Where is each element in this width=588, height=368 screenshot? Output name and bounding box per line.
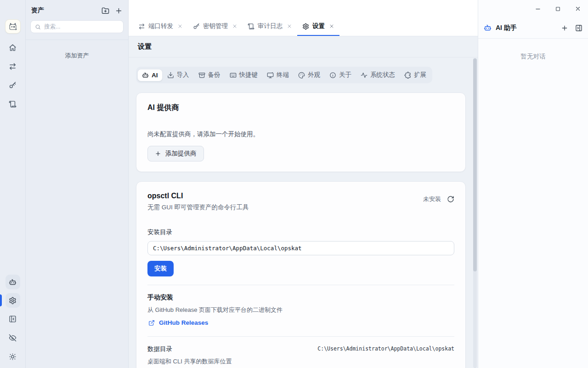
tab-label: 端口转发 xyxy=(148,22,173,30)
page-title: 设置 xyxy=(129,36,478,58)
cat-logo-icon xyxy=(8,22,18,32)
settings-tab-label: 扩展 xyxy=(414,71,426,79)
settings-nav: AI 导入 备份 快捷键 终端 外观 xyxy=(136,67,432,83)
external-link-icon xyxy=(148,320,155,326)
settings-tab-label: 快捷键 xyxy=(239,71,258,79)
settings-tab-label: 外观 xyxy=(308,71,320,79)
install-dir-input[interactable] xyxy=(147,241,454,255)
settings-tab-backup[interactable]: 备份 xyxy=(194,68,225,82)
cli-card-header: opsctl CLI 无需 GUI 即可管理资产的命令行工具 未安装 xyxy=(147,192,454,212)
key-icon xyxy=(193,23,200,30)
panel-right-toggle-icon[interactable] xyxy=(575,24,582,32)
tab-close-icon[interactable] xyxy=(177,23,183,29)
github-releases-link[interactable]: GitHub Releases xyxy=(148,319,208,326)
ai-provider-empty-text: 尚未配置提供商，请添加一个开始使用。 xyxy=(147,130,454,138)
settings-tab-terminal[interactable]: 终端 xyxy=(262,68,294,82)
info-icon xyxy=(329,72,336,79)
refresh-icon[interactable] xyxy=(447,196,454,203)
puzzle-icon xyxy=(404,72,411,79)
assets-panel: 资产 添加资产 xyxy=(26,0,129,368)
tab-port-forwarding[interactable]: 端口转发 xyxy=(133,17,188,36)
tab-close-icon[interactable] xyxy=(232,23,237,29)
asset-search[interactable] xyxy=(30,20,124,33)
data-dir-label: 数据目录 xyxy=(147,345,172,353)
settings-content: AI 导入 备份 快捷键 终端 外观 xyxy=(129,58,478,368)
tab-audit-log[interactable]: 审计日志 xyxy=(243,17,297,36)
cli-title: opsctl CLI xyxy=(147,192,249,200)
new-conversation-button[interactable] xyxy=(561,24,568,32)
ai-assistant-panel: AI 助手 暂无对话 xyxy=(478,0,588,368)
manual-install-title: 手动安装 xyxy=(147,293,454,302)
import-icon xyxy=(167,72,174,79)
tab-label: 设置 xyxy=(312,22,325,30)
search-icon xyxy=(35,24,41,30)
opsctl-cli-card: opsctl CLI 无需 GUI 即可管理资产的命令行工具 未安装 安装目录 … xyxy=(136,181,466,368)
privacy-hide-button[interactable] xyxy=(9,334,17,342)
data-dir-row: 数据目录 C:\Users\Administrator\AppData\Loca… xyxy=(147,345,454,353)
ai-panel-header: AI 助手 xyxy=(478,17,588,39)
settings-tab-hotkeys[interactable]: 快捷键 xyxy=(225,68,263,82)
add-provider-button[interactable]: 添加提供商 xyxy=(147,146,204,161)
tab-close-icon[interactable] xyxy=(329,23,334,29)
manual-install-desc: 从 GitHub Release 页面下载对应平台的二进制文件 xyxy=(147,306,454,314)
robot-icon xyxy=(142,72,149,79)
asset-search-input[interactable] xyxy=(44,23,119,30)
divider xyxy=(147,285,454,285)
nav-settings[interactable] xyxy=(6,293,20,308)
ai-provider-card: AI 提供商 尚未配置提供商，请添加一个开始使用。 添加提供商 xyxy=(136,92,466,172)
assets-list-empty: 添加资产 xyxy=(26,40,128,368)
install-dir-label: 安装目录 xyxy=(147,228,454,236)
arrows-left-right-icon xyxy=(9,63,17,70)
panel-left-close-icon xyxy=(9,315,17,323)
tab-close-icon[interactable] xyxy=(287,23,292,29)
settings-tab-about[interactable]: 关于 xyxy=(325,68,356,82)
settings-tab-label: 关于 xyxy=(339,71,351,79)
gear-icon xyxy=(302,23,309,30)
main-area: 端口转发 密钥管理 审计日志 xyxy=(129,0,478,368)
keyboard-icon xyxy=(230,72,237,79)
terminal-monitor-icon xyxy=(267,72,274,79)
new-folder-button[interactable] xyxy=(102,7,109,15)
robot-icon xyxy=(9,278,17,286)
settings-tab-appearance[interactable]: 外观 xyxy=(294,68,325,82)
plus-icon xyxy=(155,150,161,157)
palette-icon xyxy=(298,72,305,79)
add-asset-link[interactable]: 添加资产 xyxy=(26,52,128,60)
github-releases-label: GitHub Releases xyxy=(159,319,208,326)
install-button[interactable]: 安装 xyxy=(147,261,174,276)
nav-keys[interactable] xyxy=(9,81,17,89)
settings-tab-ai[interactable]: AI xyxy=(137,69,163,81)
nav-ai-assistant[interactable] xyxy=(6,275,20,289)
add-asset-button[interactable] xyxy=(115,7,123,15)
activity-icon xyxy=(361,72,368,79)
cli-subtitle: 无需 GUI 即可管理资产的命令行工具 xyxy=(147,203,249,212)
tab-strip: 端口转发 密钥管理 审计日志 xyxy=(129,0,478,36)
nav-home[interactable] xyxy=(9,44,17,52)
settings-tab-extensions[interactable]: 扩展 xyxy=(400,68,431,82)
window-maximize-button[interactable] xyxy=(555,6,561,12)
settings-tab-system-status[interactable]: 系统状态 xyxy=(356,68,400,82)
nav-port-forwarding[interactable] xyxy=(9,63,17,70)
archive-icon xyxy=(198,72,205,79)
sun-icon xyxy=(9,353,17,361)
window-close-button[interactable] xyxy=(575,6,581,12)
home-icon xyxy=(9,44,17,52)
eye-off-icon xyxy=(9,334,17,342)
scroll-icon xyxy=(9,100,17,108)
settings-tab-import[interactable]: 导入 xyxy=(163,68,194,82)
window-minimize-button[interactable] xyxy=(535,6,541,12)
data-dir-path: C:\Users\Administrator\AppData\Local\ops… xyxy=(317,345,454,352)
cli-status: 未安装 xyxy=(423,195,454,203)
scrollbar-thumb[interactable] xyxy=(473,58,477,271)
settings-tab-label: 系统状态 xyxy=(370,71,395,79)
app-logo[interactable] xyxy=(5,19,21,34)
collapse-sidebar-button[interactable] xyxy=(9,315,17,323)
nav-audit-log[interactable] xyxy=(9,100,17,108)
tab-key-management[interactable]: 密钥管理 xyxy=(188,17,243,36)
install-status-badge: 未安装 xyxy=(423,195,441,203)
tab-settings[interactable]: 设置 xyxy=(297,17,339,36)
settings-tab-label: 备份 xyxy=(208,71,220,79)
ai-provider-title: AI 提供商 xyxy=(147,103,454,113)
robot-icon xyxy=(484,24,492,32)
theme-toggle-button[interactable] xyxy=(9,353,17,361)
